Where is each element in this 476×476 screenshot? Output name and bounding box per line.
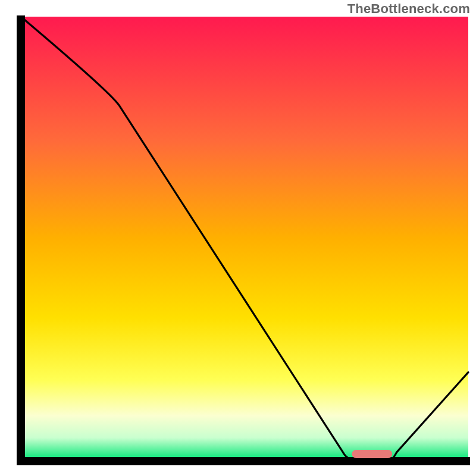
optimum-marker [352, 450, 393, 458]
chart-stage: TheBottleneck.com [0, 0, 476, 476]
bottleneck-chart [0, 0, 476, 476]
plot-background [21, 17, 468, 460]
